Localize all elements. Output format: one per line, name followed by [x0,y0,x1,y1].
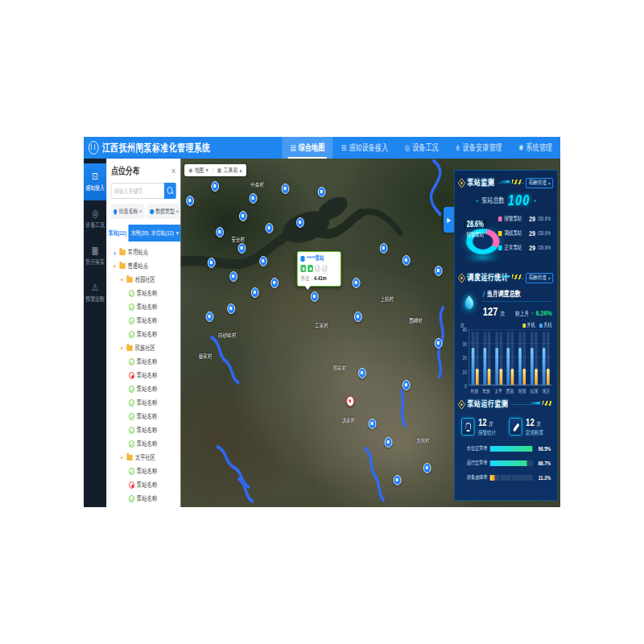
tree-station-item[interactable]: ✓泵站名称 [106,410,181,423]
tree-station-item[interactable]: ✓泵站名称 [106,355,181,369]
pump-station-marker[interactable] [216,227,224,237]
tree-root-common-stations[interactable]: ▴常用站点 [106,246,181,259]
status-ok-icon: ✓ [129,413,134,420]
street-filter-dropdown[interactable]: 街道名称▾ [111,204,144,219]
nav-item-device-access[interactable]: ⊞感知设备接入 [333,137,397,159]
pump-station-marker[interactable] [369,419,377,429]
street-select[interactable]: 石峡街道▾ [526,178,553,188]
tree-station-item[interactable]: ✓泵站名称 [106,300,181,314]
tree-station-item[interactable]: ✓泵站名称 [106,314,181,328]
search-button[interactable] [164,183,176,199]
bar-group [495,329,502,385]
tree-station-item[interactable]: ✓泵站名称 [106,396,181,410]
tree-arrow-icon: ▾ [113,263,118,270]
pump-icon [300,256,304,262]
bar-group [543,329,550,385]
pump-off-icon [322,265,328,272]
tree-station-item[interactable]: ✓泵站名称 [106,287,181,300]
tree-arrow-icon: ▾ [119,455,124,461]
tabs-caret-icon[interactable]: ▾ [174,225,181,242]
pump-station-marker[interactable] [227,303,235,314]
pump-station-marker[interactable] [266,223,274,233]
pump-station-marker[interactable] [239,211,247,221]
category-label: 仙湖 [530,388,539,395]
pump-station-marker[interactable] [353,278,361,288]
rate-progress-bars: 水位正常率98.5%运行正常率86.7%设备故障率11.2% [459,439,553,483]
pump-station-marker[interactable] [311,291,319,302]
map-toolbar: ◉地图▾ ▣工具箱▴ [184,164,246,176]
alarm-stat-card: 12 次 报警统计 [461,416,503,437]
pump-station-marker[interactable] [186,196,194,206]
nav-item-device-health[interactable]: ⋔设备安康管理 [447,137,510,159]
tree-station-item[interactable]: ✓泵站名称 [106,492,181,506]
pump-station-marker[interactable] [394,475,402,485]
datatype-filter-dropdown[interactable]: 数据类型▾ [147,204,181,219]
pump-station-marker[interactable] [380,243,388,254]
legend-swatch [498,231,502,236]
tree-station-item[interactable]: ✓泵站名称 [106,506,181,507]
pump-station-marker[interactable] [251,287,259,298]
search-input[interactable] [111,183,164,199]
pump-station-marker[interactable] [354,312,362,322]
tab-sluices[interactable]: 水闸(35) [129,225,151,242]
tree-group-0[interactable]: ▾桂园社区 [106,273,181,287]
tree-arrow-icon: ▾ [119,345,124,352]
tree-station-item[interactable]: 泵站名称 [106,478,181,492]
tree-group-1[interactable]: ▾民族社区 [106,341,181,355]
pump-station-marker[interactable] [206,312,214,322]
status-ok-icon: ✓ [129,317,134,324]
share-icon: ⋔ [455,143,460,152]
pump-station-marker[interactable] [358,368,366,378]
street-select[interactable]: 石峡街道▾ [526,273,553,283]
pump-station-marker[interactable] [435,266,443,276]
tree-station-item[interactable]: 泵站名称 [106,369,181,382]
tree-station-item[interactable]: ✓泵站名称 [106,382,181,396]
diamond-icon [458,273,465,283]
pump-station-marker[interactable] [250,193,258,204]
pump-station-marker[interactable] [423,463,431,473]
pump-station-marker[interactable] [259,256,267,266]
nav-item-device-condition[interactable]: ◎设备工况 [396,137,447,159]
mom-label: 较上月 [515,310,529,318]
folder-icon [119,263,125,269]
sidebar-item-device-condition[interactable]: ◎设备工况 [84,200,106,237]
sidebar-item-sensing-access[interactable]: ⊡感知接入 [84,163,106,200]
pump-station-marker[interactable] [270,278,279,288]
nav-item-map[interactable]: ▤综合地图 [282,137,332,159]
pump-station-marker[interactable] [318,187,326,197]
pump-station-marker[interactable] [435,338,443,349]
caret-up-icon: ▴ [240,167,242,174]
pump-station-marker[interactable] [229,271,237,282]
tab-pump-stations[interactable]: 泵站(22) [106,225,129,242]
pump-station-marker[interactable] [296,217,304,228]
panel-collapse-tab[interactable]: ▶ [444,207,454,233]
station-popup[interactable]: *****泵站 水位：4.41m [297,251,341,287]
toolbox-menu[interactable]: ▣工具箱▴ [213,166,246,175]
water-level-value: 4.41m [314,275,327,282]
alarm-station-marker[interactable] [346,396,354,407]
pump-station-marker[interactable] [402,255,411,266]
tree-group-2[interactable]: ▾太平社区 [106,451,181,464]
section-title: 泵站运行监测 [468,398,509,410]
sidebar-item-alert-reminder[interactable]: ⚠预警提醒 [84,275,106,312]
tree-station-item[interactable]: ✓泵站名称 [106,423,181,437]
tree-root-normal-stations[interactable]: ▾普通站点 [106,259,181,273]
status-alarm-icon [129,372,134,379]
tab-water-level-stations[interactable]: 水位站(12) [151,225,173,242]
tree-station-item[interactable]: ✓泵站名称 [106,437,181,451]
pump-station-marker[interactable] [238,243,246,254]
map-layer-menu[interactable]: ◉地图▾ [184,166,213,175]
close-icon[interactable]: ✕ [171,167,175,175]
nav-item-system[interactable]: ✱系统管理 [510,137,560,159]
tree-station-item[interactable]: ✓泵站名称 [106,464,181,478]
tree-station-item[interactable]: ✓泵站名称 [106,328,181,341]
pump-station-marker[interactable] [402,380,411,390]
monitor-icon: ⊞ [341,143,346,152]
pump-station-marker[interactable] [385,437,393,448]
pump-station-marker[interactable] [211,181,219,192]
sidebar-item-responsibility[interactable]: ▦责任落实 [84,237,106,275]
pump-station-marker[interactable] [282,184,290,194]
pump-station-marker[interactable] [208,258,216,268]
panel-title: 点位分布 [111,164,140,178]
rate-row: 设备故障率11.2% [461,473,551,481]
